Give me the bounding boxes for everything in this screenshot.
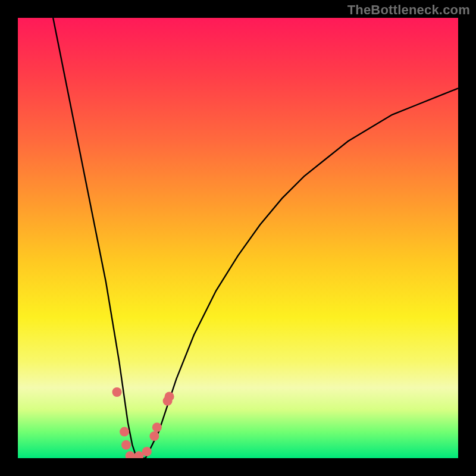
data-marker — [112, 387, 122, 397]
data-marker — [149, 431, 159, 441]
markers-group — [112, 387, 174, 458]
curve-layer — [18, 18, 458, 458]
plot-area — [18, 18, 458, 458]
data-marker — [120, 427, 129, 437]
data-marker — [165, 392, 174, 401]
data-marker — [126, 451, 135, 458]
chart-frame: TheBottleneck.com — [0, 0, 476, 476]
data-marker — [152, 422, 162, 432]
watermark: TheBottleneck.com — [347, 2, 470, 18]
data-marker — [142, 447, 152, 456]
data-marker — [121, 440, 131, 450]
